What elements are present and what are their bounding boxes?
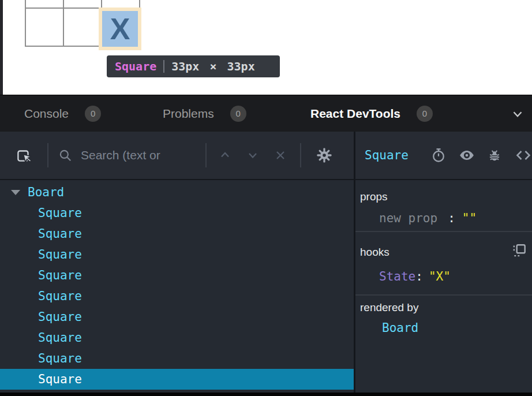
hook-value[interactable]: "X" [429, 270, 451, 283]
gear-icon [316, 147, 332, 163]
props-section: props new prop:"" [355, 180, 532, 232]
tree-item-square[interactable]: Square [0, 265, 354, 286]
inspect-icon [15, 147, 32, 164]
tree-item-label: Square [38, 248, 82, 261]
toolbar-divider [47, 143, 48, 167]
bug-icon [487, 148, 502, 163]
tree-item-square[interactable]: Square [0, 244, 354, 265]
parse-hook-names-button[interactable] [511, 242, 527, 259]
rendered-by-heading: rendered by [360, 300, 418, 315]
tree-item-label: Square [38, 352, 82, 365]
log-component-button[interactable] [487, 148, 502, 163]
component-tree: Board Square Square Square Square Square… [0, 180, 354, 393]
new-prop-key-input[interactable]: new prop [379, 211, 437, 225]
settings-button[interactable] [316, 147, 332, 163]
chevron-down-icon [510, 106, 525, 121]
tree-item-square[interactable]: Square [0, 327, 354, 348]
inspect-tooltip: Square 33px × 33px [107, 55, 280, 77]
inspect-dom-button[interactable] [459, 147, 475, 163]
tab-problems-badge: 0 [230, 106, 246, 122]
chevron-up-icon [218, 148, 232, 162]
tree-item-label: Square [38, 206, 82, 220]
square-value: X [110, 12, 130, 46]
tree-item-label: Board [28, 185, 64, 199]
tab-react-devtools-badge: 0 [417, 106, 433, 122]
inspect-element-button[interactable] [15, 147, 32, 164]
toolbar-divider [300, 143, 301, 167]
search-next-button[interactable] [246, 148, 260, 162]
tab-problems-label: Problems [163, 107, 214, 121]
tree-item-label: Square [38, 310, 82, 324]
view-source-button[interactable] [515, 147, 531, 163]
tree-item-square[interactable]: Square [0, 307, 354, 327]
board-cell[interactable] [26, 9, 64, 47]
tab-react-devtools[interactable]: React DevTools 0 [310, 95, 433, 132]
prop-row: new prop:"" [379, 210, 477, 226]
search-prev-button[interactable] [218, 148, 232, 162]
close-icon [274, 148, 287, 162]
window-bottom-edge [0, 393, 532, 396]
chevron-down-icon [246, 148, 260, 162]
tab-react-devtools-label: React DevTools [310, 107, 400, 121]
rendered-by-link-board[interactable]: Board [382, 320, 418, 336]
search-icon [58, 148, 73, 163]
tree-item-square[interactable]: Square [0, 203, 354, 223]
tooltip-dimensions: 33px × 33px [171, 59, 254, 73]
tree-item-board[interactable]: Board [0, 182, 354, 203]
props-heading: props [360, 189, 388, 204]
tab-problems[interactable]: Problems 0 [163, 95, 246, 132]
search-icon-wrap [58, 148, 73, 163]
window-edge [0, 0, 3, 95]
tree-item-square-selected[interactable]: Square [0, 369, 354, 390]
tab-console-badge: 0 [85, 106, 101, 122]
tree-item-label: Square [38, 331, 82, 345]
tab-console[interactable]: Console 0 [24, 95, 101, 132]
react-devtools-toolbar: Square [0, 132, 532, 180]
suspense-toggle-button[interactable] [430, 147, 447, 163]
board-cell[interactable] [26, 0, 64, 9]
tab-console-label: Console [24, 107, 69, 121]
inspect-highlight-content[interactable]: X [102, 11, 138, 47]
selected-component-name: Square [365, 148, 409, 162]
board-cell[interactable] [64, 9, 102, 47]
stopwatch-icon [430, 147, 447, 163]
tree-item-label: Square [38, 268, 82, 282]
hook-names-icon [511, 242, 527, 259]
tree-item-label: Square [38, 227, 82, 241]
tree-item-square[interactable]: Square [0, 223, 354, 244]
prop-separator: : [448, 211, 455, 225]
hooks-heading: hooks [360, 245, 389, 260]
code-icon [515, 147, 531, 163]
tree-item-square[interactable]: Square [0, 286, 354, 307]
tooltip-separator [163, 60, 164, 73]
hooks-section: hooks State:"X" [355, 232, 532, 296]
new-prop-value-input[interactable]: "" [462, 211, 477, 225]
hook-row: State:"X" [379, 268, 451, 285]
board-cell[interactable] [64, 0, 102, 9]
eye-icon [459, 147, 475, 163]
tooltip-component-name: Square [115, 59, 156, 73]
expander-triangle-icon[interactable] [11, 190, 20, 195]
search-clear-button[interactable] [274, 148, 287, 162]
toolbar-right: Square [355, 132, 532, 179]
browser-page-view: X Square 33px × 33px [0, 0, 532, 95]
toolbar-left [0, 132, 354, 179]
rendered-by-section: rendered by Board [355, 296, 532, 393]
toolbar-divider [205, 143, 207, 167]
hook-separator: : [415, 270, 423, 283]
tree-item-square[interactable]: Square [0, 348, 354, 369]
devtools-tabbar: Console 0 Problems 0 React DevTools 0 [0, 95, 532, 132]
search-input[interactable] [81, 148, 205, 162]
tree-item-label: Square [38, 289, 82, 303]
hook-name: State [379, 270, 415, 283]
collapse-panel-button[interactable] [510, 95, 525, 132]
tree-item-label: Square [38, 372, 82, 386]
